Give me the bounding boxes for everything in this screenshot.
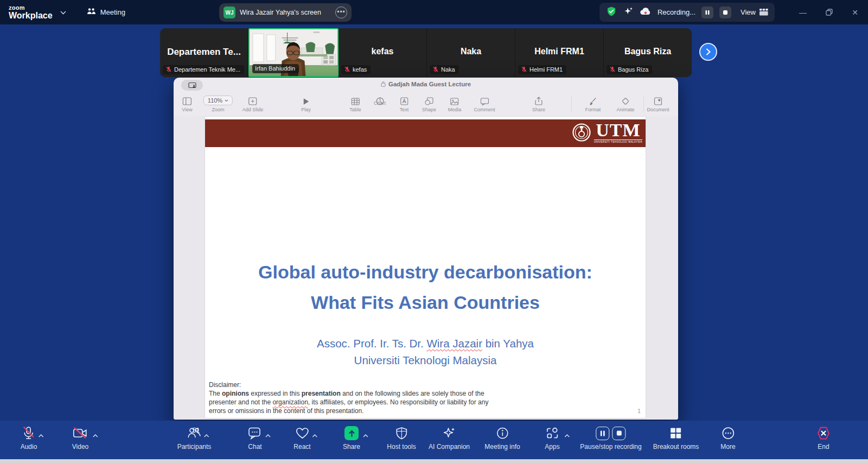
mic-muted-icon [22, 426, 35, 440]
video-menu-caret[interactable] [93, 434, 98, 437]
participant-tile-active-speaker[interactable]: Irfan Bahiuddin [248, 28, 339, 77]
shared-screen-title: Wira Jazair Yahya's screen [240, 9, 331, 16]
meeting-info-button[interactable]: Meeting info [484, 425, 520, 451]
kn-animate-button[interactable]: Animate [616, 93, 634, 112]
slide-page-number: 1 [637, 408, 641, 414]
taskbar-edge [0, 459, 868, 463]
more-button[interactable]: More [720, 425, 735, 451]
share-button[interactable]: Share [343, 425, 360, 451]
camera-muted-icon [73, 427, 88, 440]
zoom-value: 110% [208, 97, 222, 104]
participants-button[interactable]: 51 Participants [177, 425, 212, 451]
kn-shape-button[interactable]: Shape [422, 93, 436, 112]
stop-recording-icon [612, 427, 626, 440]
apps-menu-caret[interactable] [564, 434, 570, 437]
mic-muted-icon [432, 66, 439, 73]
presentation-title-bar: Gadjah Mada Guest Lecture [174, 78, 678, 92]
audio-menu-caret[interactable] [39, 434, 44, 437]
text-icon [400, 97, 408, 105]
close-button[interactable]: ✕ [842, 0, 868, 24]
utm-emblem-icon [572, 122, 591, 143]
format-brush-icon [589, 97, 597, 105]
share-menu-caret[interactable] [363, 434, 368, 437]
react-button[interactable]: React [293, 425, 310, 451]
audio-button[interactable]: Audio [21, 425, 37, 451]
kn-comment-button[interactable]: Comment [474, 93, 495, 112]
kn-view-button[interactable]: View [182, 93, 192, 112]
media-icon [450, 98, 459, 105]
chat-button[interactable]: Chat [248, 425, 262, 451]
participant-tile[interactable]: Helmi FRM1 Helmi FRM1 [515, 28, 604, 77]
zoom-workplace-logo: zoom Workplace [9, 5, 53, 20]
mic-muted-icon [521, 66, 527, 73]
kn-play-button[interactable]: Play [301, 93, 311, 112]
security-shield-icon[interactable] [606, 6, 617, 19]
presentation-window-title: Gadjah Mada Guest Lecture [174, 81, 678, 87]
document-icon [654, 97, 662, 105]
slide-title: Global auto-industry decarbonisation: Wh… [205, 257, 646, 318]
shared-screen-pill[interactable]: WJ Wira Jazair Yahya's screen ••• [219, 3, 352, 22]
host-tools-shield-icon [395, 427, 408, 440]
share-export-icon [535, 97, 542, 105]
recording-cloud-icon [640, 7, 652, 18]
presentation-canvas: UTM UNIVERSITI TEKNOLOGI MALAYSIA Global… [174, 116, 678, 420]
pause-recording-button[interactable] [701, 7, 713, 18]
apps-button[interactable]: Apps [545, 425, 559, 451]
slide[interactable]: UTM UNIVERSITI TEKNOLOGI MALAYSIA Global… [205, 117, 646, 418]
host-tools-button[interactable]: Host tools [387, 425, 416, 451]
chat-icon [248, 427, 262, 440]
author-name-spellcheck: Wira Jazair [426, 337, 482, 350]
filmstrip-next-page-button[interactable] [699, 43, 717, 61]
kn-table-button[interactable]: Table [349, 93, 361, 112]
participant-tile[interactable]: Bagus Riza Bagus Riza [604, 28, 692, 77]
presentation-toolbar: View 110% Zoom Add Slide Play Table C [174, 92, 678, 116]
meeting-people-icon [87, 8, 96, 17]
logo-line-workplace: Workplace [9, 11, 53, 20]
participant-name-tag: Irfan Bahiuddin [252, 64, 299, 73]
mic-muted-icon [344, 66, 350, 73]
kn-share-button[interactable]: Share [532, 93, 545, 112]
view-button[interactable]: View [741, 8, 768, 16]
kn-document-button[interactable]: Document [647, 93, 669, 112]
more-ellipsis-icon [721, 426, 735, 440]
participant-name: Departemen Te... [160, 47, 248, 58]
chat-menu-caret[interactable] [265, 434, 271, 437]
minimize-button[interactable]: — [790, 0, 816, 24]
pause-recording-icon [596, 427, 610, 440]
top-bar: zoom Workplace Meeting WJ Wira Jazair Ya… [0, 0, 868, 24]
restore-button[interactable] [816, 0, 842, 24]
kn-chart-button[interactable]: Chart [374, 93, 386, 106]
pause-stop-recording-button[interactable]: Pause/stop recording [580, 425, 641, 451]
chevron-down-icon [225, 99, 228, 102]
kn-media-button[interactable]: Media [448, 93, 462, 112]
video-button[interactable]: Video [72, 425, 88, 451]
participant-tile[interactable]: Naka Naka [427, 28, 515, 77]
meeting-tab-label: Meeting [100, 8, 125, 16]
table-icon [351, 98, 360, 105]
participant-tile[interactable]: Departemen Te... Departemen Teknik Me... [160, 28, 248, 77]
kn-add-slide-button[interactable]: Add Slide [242, 93, 264, 112]
stop-recording-button[interactable] [719, 7, 731, 18]
participants-menu-caret[interactable] [204, 434, 209, 437]
shared-presentation-window: Gadjah Mada Guest Lecture View 110% Zoom… [174, 78, 678, 420]
tab-meeting[interactable]: Meeting [87, 8, 125, 17]
toolbar-separator [571, 96, 572, 112]
kn-zoom-control[interactable]: 110% Zoom [203, 93, 233, 112]
breakout-rooms-icon [669, 427, 682, 440]
screen-options-ellipsis-icon[interactable]: ••• [335, 7, 347, 18]
participant-name: Naka [427, 47, 515, 56]
ai-companion-button[interactable]: AI Companion [429, 425, 470, 451]
breakout-rooms-button[interactable]: Breakout rooms [653, 425, 699, 451]
share-screen-icon [344, 426, 359, 440]
comment-icon [480, 98, 489, 105]
participant-tile[interactable]: kefas kefas [339, 28, 427, 77]
react-menu-caret[interactable] [312, 434, 317, 437]
ai-companion-sparkle-icon[interactable] [623, 6, 634, 19]
end-meeting-button[interactable]: End [816, 425, 831, 451]
status-cluster: Recording... View [599, 3, 775, 22]
kn-text-button[interactable]: Text [400, 93, 409, 112]
workspace-chevron-down-icon[interactable] [60, 9, 66, 16]
kn-format-button[interactable]: Format [585, 93, 601, 112]
participant-name-tag: Bagus Riza [607, 65, 652, 74]
participant-name-tag: Helmi FRM1 [518, 65, 566, 74]
